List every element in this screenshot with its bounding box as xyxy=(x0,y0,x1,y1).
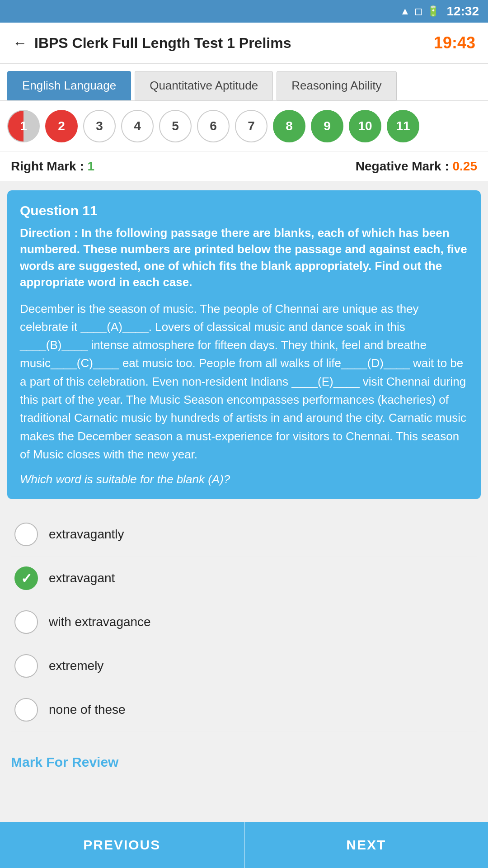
option-4[interactable]: extremely xyxy=(11,644,477,688)
option-2[interactable]: ✓ extravagant xyxy=(11,557,477,600)
right-mark-label: Right Mark : xyxy=(11,159,88,173)
question-title: Question 11 xyxy=(20,203,468,218)
question-passage: December is the season of music. The peo… xyxy=(20,300,468,464)
option-1[interactable]: extravagantly xyxy=(11,513,477,557)
previous-button[interactable]: PREVIOUS xyxy=(0,822,244,868)
signal-icon: ◻ xyxy=(414,5,422,17)
header: ← IBPS Clerk Full Length Test 1 Prelims … xyxy=(0,23,488,64)
marks-row: Right Mark : 1 Negative Mark : 0.25 xyxy=(0,152,488,181)
option-extravagantly-text: extravagantly xyxy=(49,527,124,542)
question-number-6[interactable]: 6 xyxy=(197,110,230,142)
question-number-10[interactable]: 10 xyxy=(349,110,381,142)
option-extremely-text: extremely xyxy=(49,659,103,673)
status-icons: ▲ ◻ 🔋 xyxy=(400,5,440,17)
back-button[interactable]: ← xyxy=(13,35,27,52)
question-number-7[interactable]: 7 xyxy=(235,110,267,142)
radio-extravagantly[interactable] xyxy=(14,523,38,546)
question-number-1[interactable]: 1 xyxy=(7,110,40,142)
radio-none-of-these[interactable] xyxy=(14,698,38,722)
header-left: ← IBPS Clerk Full Length Test 1 Prelims xyxy=(13,35,291,52)
tab-quantitative-aptitude[interactable]: Quantitative Aptitude xyxy=(135,71,273,100)
question-numbers-row: 1 2 3 4 5 6 7 8 9 10 11 xyxy=(0,101,488,152)
next-button[interactable]: NEXT xyxy=(244,822,488,868)
question-card: Question 11 Direction : In the following… xyxy=(7,190,481,499)
right-mark: Right Mark : 1 xyxy=(11,159,94,174)
question-number-11[interactable]: 11 xyxy=(387,110,419,142)
option-5[interactable]: none of these xyxy=(11,688,477,732)
tab-english-language[interactable]: English Language xyxy=(7,71,131,100)
question-number-9[interactable]: 9 xyxy=(311,110,343,142)
question-number-5[interactable]: 5 xyxy=(159,110,192,142)
radio-with-extravagance[interactable] xyxy=(14,610,38,634)
bottom-bar: PREVIOUS NEXT xyxy=(0,822,488,868)
right-mark-value: 1 xyxy=(88,159,95,173)
wifi-icon: ▲ xyxy=(400,5,410,17)
check-icon: ✓ xyxy=(21,571,32,586)
option-extravagant-text: extravagant xyxy=(49,571,115,585)
tabs-container: English Language Quantitative Aptitude R… xyxy=(0,64,488,101)
option-none-text: none of these xyxy=(49,703,126,717)
status-time: 12:32 xyxy=(446,4,479,19)
tab-reasoning-ability[interactable]: Reasoning Ability xyxy=(277,71,396,100)
negative-mark-value: 0.25 xyxy=(453,159,478,173)
question-number-8[interactable]: 8 xyxy=(273,110,305,142)
header-title: IBPS Clerk Full Length Test 1 Prelims xyxy=(34,35,291,52)
negative-mark-label: Negative Mark : xyxy=(356,159,453,173)
option-with-extravagance-text: with extravagance xyxy=(49,615,151,629)
radio-extravagant[interactable]: ✓ xyxy=(14,566,38,590)
options-container: extravagantly ✓ extravagant with extrava… xyxy=(0,508,488,736)
negative-mark: Negative Mark : 0.25 xyxy=(356,159,477,174)
question-number-2[interactable]: 2 xyxy=(45,110,78,142)
battery-icon: 🔋 xyxy=(427,5,439,17)
mark-review-section: Mark For Review xyxy=(0,736,488,779)
question-direction: Direction : In the following passage the… xyxy=(20,225,468,291)
status-bar: ▲ ◻ 🔋 12:32 xyxy=(0,0,488,23)
question-number-3[interactable]: 3 xyxy=(83,110,116,142)
header-timer: 19:43 xyxy=(434,33,475,52)
mark-review-button[interactable]: Mark For Review xyxy=(11,755,118,769)
question-ask: Which word is suitable for the blank (A)… xyxy=(20,472,468,486)
question-number-4[interactable]: 4 xyxy=(121,110,154,142)
option-3[interactable]: with extravagance xyxy=(11,600,477,644)
radio-extremely[interactable] xyxy=(14,654,38,678)
